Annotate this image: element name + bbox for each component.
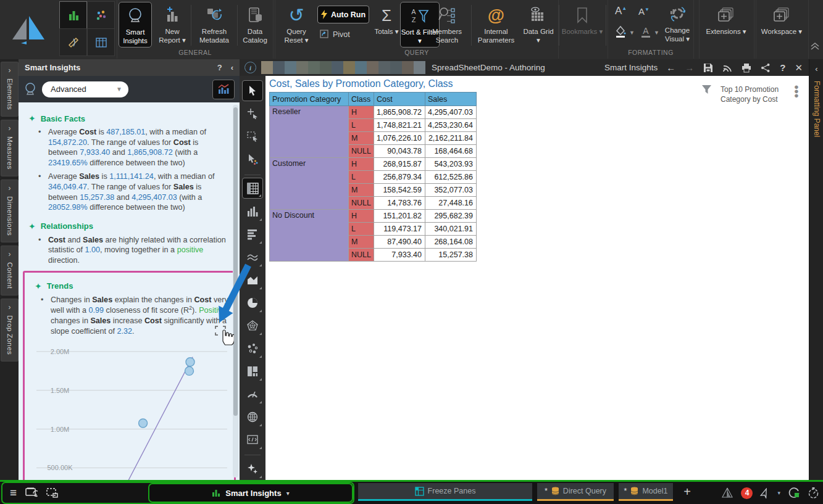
palette-swatch[interactable] <box>273 61 285 74</box>
menu-icon[interactable]: ≡ <box>10 486 17 500</box>
class-cell[interactable]: L <box>349 223 374 236</box>
new-tab-button[interactable]: + <box>678 483 696 501</box>
sales-cell[interactable]: 340,021.91 <box>425 223 476 236</box>
quick-scatter-button[interactable] <box>87 1 115 29</box>
custom-visual-button[interactable] <box>242 429 263 450</box>
category-cell[interactable]: Reseller <box>270 106 349 158</box>
timer-icon[interactable] <box>808 487 819 499</box>
render-engine-icon[interactable] <box>721 487 733 498</box>
extensions-button[interactable]: Extensions ▾ <box>704 2 748 48</box>
add-point-tool[interactable] <box>242 103 263 124</box>
pointer-tool[interactable] <box>242 80 263 101</box>
sales-cell[interactable]: 268,164.08 <box>425 236 476 249</box>
quick-measure-button[interactable] <box>59 28 87 56</box>
fill-color-button[interactable] <box>614 25 627 38</box>
totals-button[interactable]: Σ Totals ▾ <box>370 2 403 48</box>
pivot-button[interactable]: Pivot <box>320 30 350 39</box>
internal-parameters-button[interactable]: @ Internal Parameters <box>467 2 525 48</box>
info-icon[interactable]: i <box>244 62 256 73</box>
sales-cell[interactable]: 15,257.38 <box>425 249 476 262</box>
sales-cell[interactable]: 4,253,230.64 <box>425 119 476 132</box>
marquee-select-tool[interactable] <box>242 126 263 147</box>
pointer-flag-icon[interactable] <box>760 488 770 498</box>
quick-grid-button[interactable] <box>87 28 115 56</box>
class-cell[interactable]: H <box>349 158 374 171</box>
grid-column-header[interactable]: Sales <box>425 93 476 106</box>
palette-swatch[interactable] <box>390 61 402 74</box>
cost-cell[interactable]: 87,490.40 <box>374 236 425 249</box>
class-cell[interactable]: M <box>349 236 374 249</box>
sales-cell[interactable]: 295,682.39 <box>425 210 476 223</box>
sidebar-tab-drop-zones[interactable]: ›Drop Zones <box>1 299 19 361</box>
cost-cell[interactable]: 90,043.78 <box>374 145 425 158</box>
bar-chart-button[interactable] <box>242 224 263 245</box>
palette-swatch[interactable] <box>261 61 273 74</box>
map-visual-button[interactable] <box>242 407 263 428</box>
fill-color-caret[interactable]: ▼ <box>629 30 635 36</box>
class-cell[interactable]: L <box>349 119 374 132</box>
sidebar-tab-measures[interactable]: ›Measures <box>1 120 19 176</box>
share-icon[interactable] <box>761 63 771 73</box>
refresh-metadata-button[interactable]: Refresh Metadata <box>193 2 235 48</box>
sales-cell[interactable]: 168,464.68 <box>425 145 476 158</box>
scatter-chart-button[interactable] <box>242 338 263 359</box>
data-grid[interactable]: Promotion CategoryClassCostSales Reselle… <box>269 92 477 262</box>
tab-direct-query[interactable]: * Direct Query <box>537 483 614 501</box>
multi-select-tool[interactable] <box>242 149 263 170</box>
class-cell[interactable]: NULL <box>349 145 374 158</box>
members-search-button[interactable]: Members Search <box>426 2 468 48</box>
palette-swatch[interactable] <box>402 61 414 74</box>
chevron-down-icon[interactable]: ▾ <box>777 490 780 496</box>
sales-cell[interactable]: 543,203.93 <box>425 158 476 171</box>
category-cell[interactable]: Customer <box>270 158 349 210</box>
cost-cell[interactable]: 14,783.76 <box>374 197 425 210</box>
forward-icon[interactable]: → <box>685 62 694 73</box>
grid-column-header[interactable]: Promotion Category <box>270 93 349 106</box>
decrease-font-button[interactable]: A▼ <box>638 6 650 17</box>
cost-cell[interactable]: 256,879.34 <box>374 171 425 184</box>
class-cell[interactable]: NULL <box>349 249 374 262</box>
auto-run-button[interactable]: Auto Run <box>317 6 369 23</box>
sidebar-tab-dimensions[interactable]: ›Dimensions <box>1 180 19 242</box>
expand-formatting-panel-icon[interactable]: ‹ <box>809 64 823 73</box>
palette-swatch[interactable] <box>414 61 425 74</box>
grid-column-header[interactable]: Class <box>349 93 374 106</box>
collapse-ribbon-button[interactable] <box>810 42 820 51</box>
cost-cell[interactable]: 1,076,226.10 <box>374 132 425 145</box>
select-window-icon[interactable] <box>46 488 59 498</box>
sidebar-tab-elements[interactable]: ›Elements <box>1 62 19 117</box>
sales-cell[interactable]: 352,077.03 <box>425 184 476 197</box>
tab-smart-insights[interactable]: Smart Insights ▾ <box>148 483 353 503</box>
cost-cell[interactable]: 7,933.40 <box>374 249 425 262</box>
insight-chart-toggle-button[interactable] <box>212 80 235 99</box>
save-icon[interactable] <box>703 63 713 73</box>
close-icon[interactable]: ✕ <box>795 62 803 73</box>
kebab-menu-icon[interactable]: ●●● <box>794 85 799 97</box>
gauge-chart-button[interactable] <box>242 384 263 405</box>
class-cell[interactable]: NULL <box>349 197 374 210</box>
collapse-panel-icon[interactable]: ‹ <box>231 63 233 72</box>
smart-insights-button[interactable]: Smart Insights <box>119 2 152 48</box>
class-cell[interactable]: H <box>349 106 374 119</box>
sidebar-tab-content[interactable]: ›Content <box>1 246 19 295</box>
quick-column-chart-button[interactable] <box>59 1 87 29</box>
sales-cell[interactable]: 612,525.86 <box>425 171 476 184</box>
sales-cell[interactable]: 2,162,211.84 <box>425 132 476 145</box>
grid-visual-button[interactable] <box>242 178 263 199</box>
grid-column-header[interactable]: Cost <box>374 93 425 106</box>
insight-mode-select[interactable]: Advanced ▼ <box>42 81 128 97</box>
scatter-point[interactable] <box>185 367 194 376</box>
palette-swatch[interactable] <box>285 61 296 74</box>
new-report-button[interactable]: New Report ▾ <box>156 2 189 48</box>
bookmarks-button[interactable]: Bookmarks ▾ <box>561 2 604 48</box>
increase-font-button[interactable]: A▲ <box>615 5 627 17</box>
data-catalog-button[interactable]: Data Catalog <box>239 2 271 48</box>
tab-freeze-panes[interactable]: Freeze Panes <box>358 483 532 501</box>
palette-swatch[interactable] <box>308 61 320 74</box>
class-cell[interactable]: M <box>349 184 374 197</box>
category-cell[interactable]: No Discount <box>270 210 349 262</box>
treemap-button[interactable] <box>242 361 263 382</box>
color-palette-strip[interactable] <box>261 61 425 74</box>
column-chart-button[interactable] <box>242 201 263 222</box>
palette-swatch[interactable] <box>355 61 367 74</box>
